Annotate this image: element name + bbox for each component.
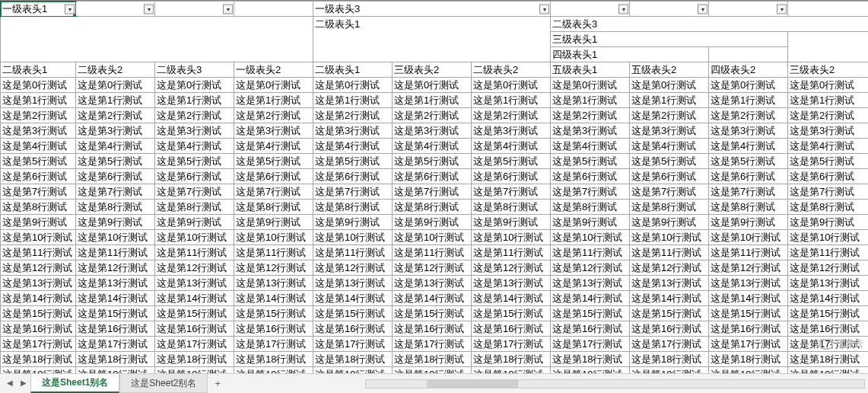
table-cell[interactable]: 这是第11行测试 (155, 245, 234, 260)
table-cell[interactable]: 这是第2行测试 (709, 108, 788, 123)
table-cell[interactable]: 这是第0行测试 (76, 78, 155, 93)
table-cell[interactable]: 这是第17行测试 (551, 337, 630, 352)
table-cell[interactable]: 这是第19行测试 (788, 367, 868, 374)
table-cell[interactable]: 这是第6行测试 (709, 169, 788, 184)
table-cell[interactable]: 这是第16行测试 (234, 321, 313, 337)
table-cell[interactable]: 这是第7行测试 (551, 184, 630, 200)
table-cell[interactable]: 这是第6行测试 (76, 169, 155, 184)
table-cell[interactable]: 这是第9行测试 (709, 215, 788, 230)
table-cell[interactable]: 这是第7行测试 (709, 184, 788, 200)
table-cell[interactable]: 这是第11行测试 (313, 245, 393, 260)
table-cell[interactable]: 这是第7行测试 (234, 184, 313, 200)
table-cell[interactable]: 这是第2行测试 (155, 108, 234, 123)
table-cell[interactable]: 这是第5行测试 (155, 154, 234, 169)
table-cell[interactable]: 这是第14行测试 (709, 291, 788, 306)
table-cell[interactable]: 这是第18行测试 (1, 352, 76, 367)
column-header-cell[interactable]: 二级表头1 (313, 62, 393, 78)
table-cell[interactable]: 这是第19行测试 (155, 367, 234, 374)
table-cell[interactable]: 这是第14行测试 (234, 291, 313, 306)
table-cell[interactable]: 这是第19行测试 (630, 367, 709, 374)
table-cell[interactable]: 这是第4行测试 (234, 139, 313, 154)
table-cell[interactable]: 这是第14行测试 (155, 291, 234, 306)
table-cell[interactable]: 这是第1行测试 (551, 93, 630, 108)
table-cell[interactable]: 这是第6行测试 (630, 169, 709, 184)
table-cell[interactable]: 这是第8行测试 (313, 200, 393, 215)
column-header-cell[interactable]: 五级表头2 (630, 62, 709, 78)
table-cell[interactable]: 这是第17行测试 (76, 337, 155, 352)
table-cell[interactable]: 这是第4行测试 (155, 139, 234, 154)
table-cell[interactable]: 这是第11行测试 (630, 245, 709, 260)
table-cell[interactable]: 这是第10行测试 (551, 230, 630, 245)
table-cell[interactable]: 这是第12行测试 (393, 260, 472, 276)
table-cell[interactable]: 这是第3行测试 (472, 123, 551, 139)
table-cell[interactable]: 这是第13行测试 (472, 276, 551, 291)
table-cell[interactable]: 这是第7行测试 (472, 184, 551, 200)
table-cell[interactable]: 这是第17行测试 (709, 337, 788, 352)
table-cell[interactable]: 这是第19行测试 (393, 367, 472, 374)
table-cell[interactable]: 这是第18行测试 (393, 352, 472, 367)
filter-header-cell[interactable]: ▾ (709, 2, 788, 17)
table-cell[interactable]: 这是第15行测试 (234, 306, 313, 321)
column-header-cell[interactable]: 二级表头2 (472, 62, 551, 78)
table-cell[interactable]: 这是第11行测试 (1, 245, 76, 260)
scrollbar-thumb[interactable] (427, 380, 518, 388)
table-cell[interactable]: 这是第14行测试 (788, 291, 868, 306)
table-cell[interactable]: 这是第12行测试 (472, 260, 551, 276)
table-cell[interactable]: 这是第9行测试 (313, 215, 393, 230)
table-cell[interactable]: 这是第15行测试 (1, 306, 76, 321)
table-cell[interactable]: 这是第10行测试 (1, 230, 76, 245)
table-cell[interactable]: 这是第14行测试 (393, 291, 472, 306)
sheet-tab[interactable]: 这是Sheet2别名 (119, 374, 208, 393)
table-cell[interactable]: 这是第7行测试 (630, 184, 709, 200)
table-cell[interactable]: 这是第10行测试 (155, 230, 234, 245)
table-cell[interactable]: 这是第17行测试 (472, 337, 551, 352)
table-cell[interactable]: 这是第12行测试 (709, 260, 788, 276)
table-cell[interactable]: 这是第19行测试 (1, 367, 76, 374)
table-cell[interactable]: 这是第11行测试 (234, 245, 313, 260)
table-cell[interactable]: 这是第8行测试 (393, 200, 472, 215)
table-cell[interactable]: 这是第1行测试 (234, 93, 313, 108)
table-cell[interactable]: 这是第10行测试 (630, 230, 709, 245)
table-cell[interactable]: 这是第3行测试 (393, 123, 472, 139)
table-cell[interactable]: 这是第11行测试 (393, 245, 472, 260)
table-cell[interactable]: 这是第8行测试 (1, 200, 76, 215)
tab-nav-prev[interactable]: ◀ (5, 377, 15, 388)
table-cell[interactable]: 这是第16行测试 (788, 321, 868, 337)
table-cell[interactable]: 这是第13行测试 (709, 276, 788, 291)
table-cell[interactable]: 这是第14行测试 (313, 291, 393, 306)
table-cell[interactable]: 这是第2行测试 (472, 108, 551, 123)
table-cell[interactable]: 这是第18行测试 (630, 352, 709, 367)
table-cell[interactable]: 这是第13行测试 (393, 276, 472, 291)
table-cell[interactable]: 这是第11行测试 (76, 245, 155, 260)
table-cell[interactable]: 这是第15行测试 (709, 306, 788, 321)
filter-header-cell[interactable]: ▾ (155, 2, 234, 17)
table-cell[interactable]: 这是第6行测试 (1, 169, 76, 184)
table-cell[interactable]: 这是第12行测试 (234, 260, 313, 276)
table-cell[interactable]: 这是第14行测试 (630, 291, 709, 306)
table-cell[interactable]: 这是第11行测试 (551, 245, 630, 260)
table-cell[interactable]: 这是第11行测试 (709, 245, 788, 260)
table-cell[interactable]: 这是第1行测试 (630, 93, 709, 108)
table-cell[interactable]: 这是第16行测试 (155, 321, 234, 337)
table-cell[interactable]: 这是第3行测试 (76, 123, 155, 139)
table-cell[interactable]: 这是第18行测试 (709, 352, 788, 367)
table-cell[interactable]: 这是第4行测试 (630, 139, 709, 154)
table-cell[interactable]: 这是第0行测试 (234, 78, 313, 93)
table-cell[interactable]: 这是第6行测试 (155, 169, 234, 184)
table-cell[interactable]: 这是第7行测试 (393, 184, 472, 200)
table-cell[interactable]: 这是第13行测试 (788, 276, 868, 291)
table-cell[interactable]: 这是第19行测试 (234, 367, 313, 374)
column-header-cell[interactable]: 三级表头2 (788, 62, 868, 78)
table-cell[interactable]: 这是第5行测试 (1, 154, 76, 169)
table-cell[interactable]: 这是第19行测试 (313, 367, 393, 374)
table-cell[interactable]: 这是第9行测试 (551, 215, 630, 230)
table-cell[interactable]: 这是第12行测试 (630, 260, 709, 276)
table-cell[interactable]: 这是第17行测试 (234, 337, 313, 352)
table-cell[interactable]: 这是第5行测试 (551, 154, 630, 169)
filter-header-cell[interactable] (234, 2, 313, 17)
table-cell[interactable]: 这是第0行测试 (630, 78, 709, 93)
table-cell[interactable]: 这是第16行测试 (709, 321, 788, 337)
table-cell[interactable]: 这是第2行测试 (234, 108, 313, 123)
table-cell[interactable]: 这是第18行测试 (472, 352, 551, 367)
table-cell[interactable]: 这是第9行测试 (76, 215, 155, 230)
